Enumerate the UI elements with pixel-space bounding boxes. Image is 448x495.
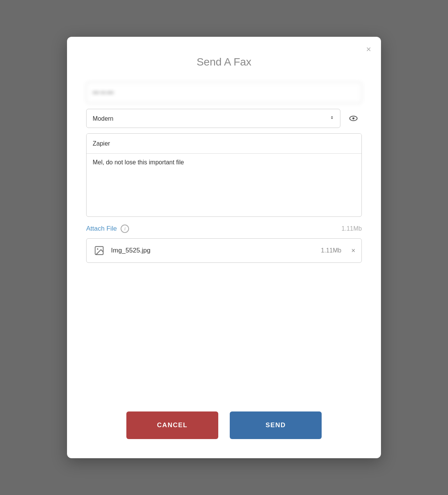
template-select[interactable]: Modern Classic Simple	[86, 109, 340, 128]
button-row: CANCEL SEND	[86, 411, 362, 439]
svg-point-1	[352, 117, 354, 119]
attach-row: Attach File i 1.11Mb	[86, 225, 362, 233]
attach-link-row: Attach File i	[86, 225, 129, 233]
modal-title: Send A Fax	[86, 56, 362, 68]
cover-sheet-box: Mel, do not lose this important file	[86, 133, 362, 217]
svg-point-3	[97, 248, 98, 250]
eye-icon	[348, 113, 358, 123]
attached-file-row: Img_5525.jpg 1.11Mb ×	[86, 238, 362, 263]
remove-file-button[interactable]: ×	[351, 247, 355, 254]
total-file-size: 1.11Mb	[342, 225, 362, 232]
file-name: Img_5525.jpg	[111, 247, 316, 254]
file-image-icon	[93, 244, 106, 257]
cover-message-textarea[interactable]: Mel, do not lose this important file	[87, 154, 361, 215]
spacer	[86, 268, 362, 391]
close-button[interactable]: ×	[366, 45, 371, 54]
info-icon[interactable]: i	[121, 225, 129, 233]
attach-file-link[interactable]: Attach File	[86, 225, 117, 233]
template-row: Modern Classic Simple	[86, 109, 362, 128]
cover-from-input[interactable]	[87, 134, 361, 154]
form-section: Modern Classic Simple Mel, do not lose t…	[86, 82, 362, 439]
cancel-button[interactable]: CANCEL	[126, 411, 218, 439]
recipient-input[interactable]	[86, 82, 362, 103]
file-size: 1.11Mb	[321, 247, 341, 254]
send-button[interactable]: SEND	[230, 411, 322, 439]
preview-button[interactable]	[345, 110, 362, 127]
send-fax-modal: × Send A Fax Modern Classic Simple Mel, …	[67, 37, 381, 458]
